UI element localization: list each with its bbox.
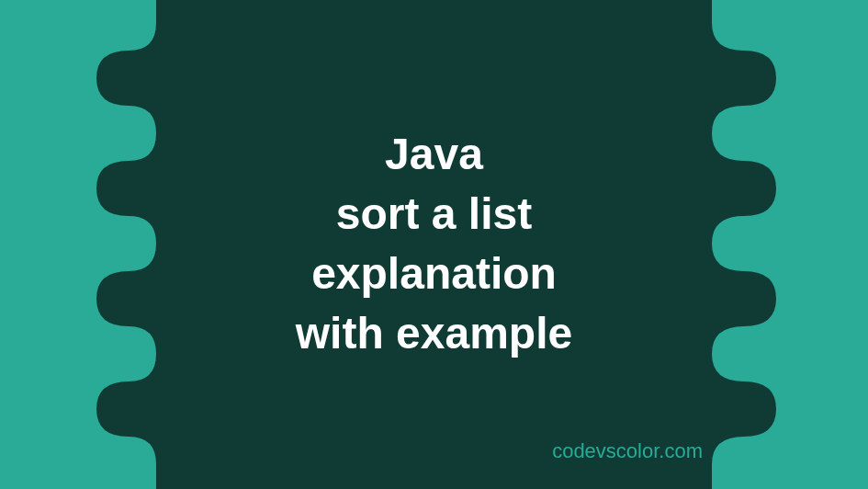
site-watermark: codevscolor.com <box>552 439 703 463</box>
title-line-2: sort a list <box>296 185 572 244</box>
title-line-1: Java <box>296 125 572 185</box>
banner-content: Java sort a list explanation with exampl… <box>0 0 868 489</box>
title-line-4: with example <box>296 304 572 364</box>
title-line-3: explanation <box>296 244 572 304</box>
banner-container: Java sort a list explanation with exampl… <box>0 0 868 489</box>
banner-title: Java sort a list explanation with exampl… <box>296 125 572 363</box>
